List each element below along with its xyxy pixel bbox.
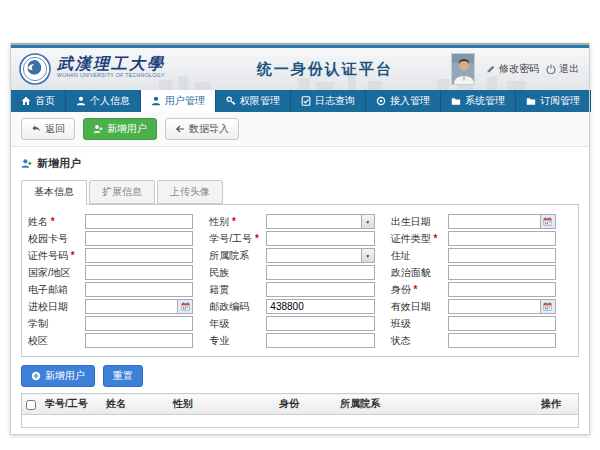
tab-extended-info[interactable]: 扩展信息 bbox=[89, 180, 155, 204]
campus-card-field[interactable] bbox=[85, 231, 193, 246]
address-field[interactable] bbox=[448, 248, 556, 263]
campus-label: 校区 bbox=[28, 334, 85, 348]
section-title: 新增用户 bbox=[11, 147, 589, 178]
id-type-field-group: 证件类型 * bbox=[391, 231, 572, 246]
campus-card-label: 校园卡号 bbox=[28, 232, 85, 246]
required-asterisk: * bbox=[68, 250, 75, 261]
gender-input-wrap: ▼ bbox=[266, 214, 374, 229]
valid-date-calendar-button[interactable] bbox=[540, 300, 555, 313]
department-input-wrap: ▼ bbox=[266, 248, 374, 263]
toolbar: 返回 新增用户 数据导入 bbox=[11, 112, 589, 147]
birth-date-field-group: 出生日期 bbox=[391, 214, 572, 229]
empty-cell bbox=[22, 415, 579, 428]
nav-item-users[interactable]: 用户管理 bbox=[141, 90, 216, 112]
nav-item-access[interactable]: 接入管理 bbox=[366, 90, 441, 112]
nav-item-label: 个人信息 bbox=[90, 94, 130, 108]
grade-field[interactable] bbox=[266, 316, 374, 331]
column-header-2: 性别 bbox=[169, 394, 275, 415]
major-field[interactable] bbox=[266, 333, 374, 348]
import-arrow-icon bbox=[175, 124, 185, 134]
campus-field[interactable] bbox=[85, 333, 193, 348]
section-title-label: 新增用户 bbox=[37, 156, 81, 171]
submit-add-user-button[interactable]: 新增用户 bbox=[21, 365, 95, 387]
nav-item-home[interactable]: 首页 bbox=[11, 90, 66, 112]
name-label: 姓名 * bbox=[28, 215, 85, 229]
country-input-wrap bbox=[85, 265, 193, 280]
valid-date-input-wrap bbox=[448, 299, 556, 314]
tab-upload-avatar[interactable]: 上传头像 bbox=[157, 180, 223, 204]
country-label: 国家/地区 bbox=[28, 266, 85, 280]
native-place-field[interactable] bbox=[266, 282, 374, 297]
nav-item-subscription[interactable]: 订阅管理 bbox=[516, 90, 591, 112]
nav-item-system[interactable]: 系统管理 bbox=[441, 90, 516, 112]
postal-code-field-group: 邮政编码 bbox=[209, 299, 390, 314]
reset-button[interactable]: 重置 bbox=[103, 365, 143, 387]
country-field[interactable] bbox=[85, 265, 193, 280]
email-label: 电子邮箱 bbox=[28, 283, 85, 297]
postal-code-input-wrap bbox=[266, 299, 374, 314]
student-id-field-group: 学号/工号 * bbox=[209, 231, 390, 246]
nav-item-label: 系统管理 bbox=[465, 94, 505, 108]
status-field-group: 状态 bbox=[391, 333, 572, 348]
political-status-field[interactable] bbox=[448, 265, 556, 280]
column-header-3: 身份 bbox=[275, 394, 336, 415]
entry-date-calendar-button[interactable] bbox=[177, 300, 192, 313]
email-field[interactable] bbox=[85, 282, 193, 297]
gender-select[interactable] bbox=[266, 214, 374, 229]
ethnicity-field[interactable] bbox=[266, 265, 374, 280]
grade-label: 年级 bbox=[209, 317, 266, 331]
class-field[interactable] bbox=[448, 316, 556, 331]
required-asterisk: * bbox=[252, 233, 259, 244]
avatar[interactable] bbox=[451, 53, 475, 85]
log-icon bbox=[301, 96, 311, 106]
status-label: 状态 bbox=[391, 334, 448, 348]
tab-basic-info[interactable]: 基本信息 bbox=[21, 180, 87, 205]
header-right: 修改密码 退出 bbox=[451, 53, 589, 85]
back-button[interactable]: 返回 bbox=[21, 118, 75, 140]
table-header-row: 学号/工号姓名性别身份所属院系操作 bbox=[22, 394, 579, 415]
identity-field[interactable] bbox=[448, 282, 556, 297]
schooling-length-field[interactable] bbox=[85, 316, 193, 331]
nav-item-permissions[interactable]: 权限管理 bbox=[216, 90, 291, 112]
platform-title: 统一身份认证平台 bbox=[257, 60, 393, 79]
main-nav: 首页个人信息用户管理权限管理日志查询接入管理系统管理订阅管理 bbox=[11, 90, 589, 112]
grade-field-group: 年级 bbox=[209, 316, 390, 331]
class-field-group: 班级 bbox=[391, 316, 572, 331]
class-label: 班级 bbox=[391, 317, 448, 331]
logout-link[interactable]: 退出 bbox=[546, 62, 579, 76]
department-select[interactable] bbox=[266, 248, 374, 263]
data-import-label: 数据导入 bbox=[189, 122, 229, 136]
power-icon bbox=[546, 64, 556, 74]
data-import-button[interactable]: 数据导入 bbox=[165, 118, 239, 140]
nav-item-logs[interactable]: 日志查询 bbox=[291, 90, 366, 112]
nav-item-label: 权限管理 bbox=[240, 94, 280, 108]
postal-code-field[interactable] bbox=[266, 299, 374, 314]
nav-item-profile[interactable]: 个人信息 bbox=[66, 90, 141, 112]
status-field[interactable] bbox=[448, 333, 556, 348]
user-icon bbox=[76, 96, 86, 106]
change-password-label: 修改密码 bbox=[499, 62, 539, 76]
add-user-toolbar-label: 新增用户 bbox=[107, 122, 147, 136]
person-plus-icon bbox=[93, 124, 103, 134]
id-number-input-wrap bbox=[85, 248, 193, 263]
student-id-field[interactable] bbox=[266, 231, 374, 246]
logout-label: 退出 bbox=[559, 62, 579, 76]
name-field[interactable] bbox=[85, 214, 193, 229]
column-header-4: 所属院系 bbox=[336, 394, 537, 415]
ethnicity-label: 民族 bbox=[209, 266, 266, 280]
university-name-block: 武漢理工大學 WUHAN UNIVERSITY OF TECHNOLOGY bbox=[57, 56, 243, 82]
change-password-link[interactable]: 修改密码 bbox=[486, 62, 539, 76]
add-user-toolbar-button[interactable]: 新增用户 bbox=[83, 118, 157, 140]
entry-date-input-wrap bbox=[85, 299, 193, 314]
ethnicity-field-group: 民族 bbox=[209, 265, 390, 280]
university-name: 武漢理工大學 bbox=[57, 56, 243, 72]
select-all-checkbox[interactable] bbox=[26, 400, 36, 410]
id-number-field[interactable] bbox=[85, 248, 193, 263]
birth-date-calendar-button[interactable] bbox=[540, 215, 555, 228]
university-logo bbox=[19, 53, 51, 85]
political-status-input-wrap bbox=[448, 265, 556, 280]
id-type-field[interactable] bbox=[448, 231, 556, 246]
name-input-wrap bbox=[85, 214, 193, 229]
status-input-wrap bbox=[448, 333, 556, 348]
table-empty-row bbox=[22, 415, 579, 428]
